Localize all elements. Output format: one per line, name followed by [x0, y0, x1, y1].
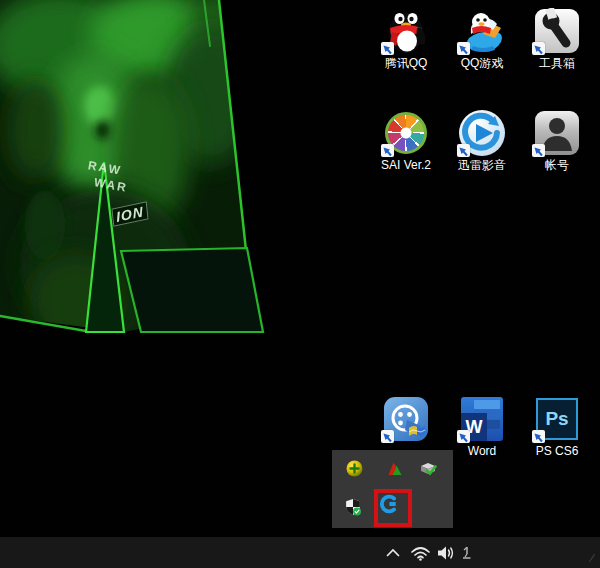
defender-shield-icon[interactable]: [343, 497, 363, 517]
shortcut-arrow-icon: [381, 144, 394, 157]
desktop-icon-word[interactable]: W Word: [444, 396, 520, 458]
shortcut-arrow-icon: [457, 430, 470, 443]
tencent-qq-icon: [383, 8, 429, 54]
wallpaper-art: [0, 0, 600, 568]
xunlei-player-icon: [459, 110, 505, 156]
shortcut-arrow-icon: [457, 144, 470, 157]
icon-label: 迅雷影音: [458, 159, 506, 172]
desktop-icon-video-app[interactable]: [368, 396, 444, 442]
chevron-up-icon[interactable]: [383, 537, 403, 568]
video-app-icon: [383, 396, 429, 442]
shortcut-arrow-icon: [532, 144, 545, 157]
shortcut-arrow-icon: [532, 430, 545, 443]
desktop: RAW WAR ION 腾讯QQ: [0, 0, 600, 568]
photoshop-icon: Ps: [534, 396, 580, 442]
input-indicator-icon[interactable]: [458, 537, 474, 568]
qq-games-icon: [459, 8, 505, 54]
taskbar[interactable]: [0, 537, 600, 568]
volume-icon[interactable]: [434, 537, 458, 568]
desktop-icon-xunlei-player[interactable]: 迅雷影音: [444, 110, 520, 172]
shortcut-arrow-icon: [532, 42, 545, 55]
icon-label: 腾讯QQ: [385, 57, 428, 70]
desktop-icon-toolbox[interactable]: 工具箱: [519, 8, 595, 70]
sai-color-wheel-icon: [383, 110, 429, 156]
accelerator-ball-icon[interactable]: [345, 459, 363, 477]
icon-label: PS CS6: [536, 445, 579, 458]
desktop-icon-account[interactable]: 帐号: [519, 110, 595, 172]
word-icon: W: [459, 396, 505, 442]
hardware-check-icon[interactable]: [419, 459, 437, 477]
desktop-icon-qq-games[interactable]: QQ游戏: [444, 8, 520, 70]
icon-label: Word: [468, 445, 496, 458]
shortcut-arrow-icon: [457, 42, 470, 55]
shortcut-arrow-icon: [381, 42, 394, 55]
desktop-icon-tencent-qq[interactable]: 腾讯QQ: [368, 8, 444, 70]
tray-overflow-flyout: [332, 450, 453, 528]
icon-label: 工具箱: [539, 57, 575, 70]
desktop-icon-ps-cs6[interactable]: Ps PS CS6: [519, 396, 595, 458]
shortcut-arrow-icon: [381, 430, 394, 443]
word-doc-bar: [474, 400, 500, 409]
icon-label: 帐号: [545, 159, 569, 172]
account-icon: [534, 110, 580, 156]
toolbox-icon: [534, 8, 580, 54]
wifi-icon[interactable]: [408, 537, 432, 568]
icon-label: SAI Ver.2: [381, 159, 431, 172]
desktop-icon-sai[interactable]: SAI Ver.2: [368, 110, 444, 172]
icon-label: QQ游戏: [461, 57, 504, 70]
logitech-g-icon[interactable]: [378, 493, 400, 515]
mountain-icon[interactable]: [386, 459, 404, 477]
